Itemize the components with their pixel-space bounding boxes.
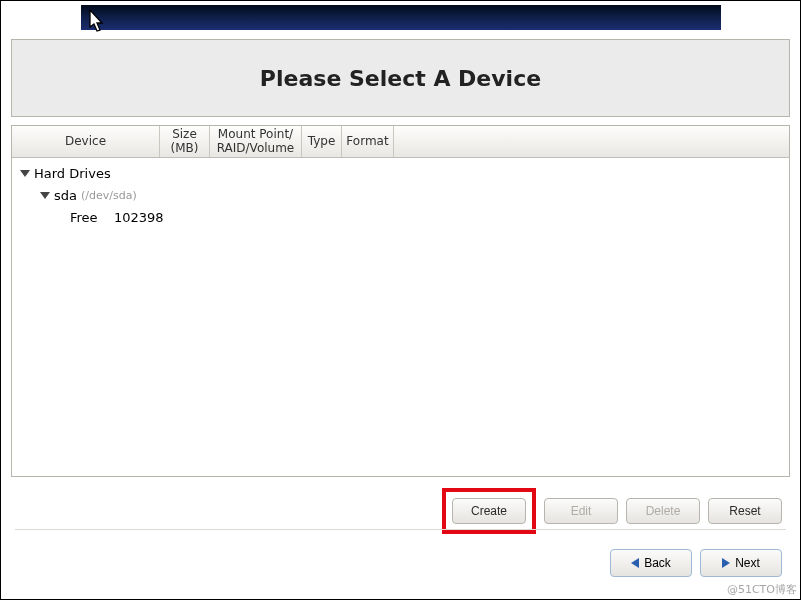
next-button[interactable]: Next [700, 549, 782, 577]
tree-label: Hard Drives [34, 166, 111, 181]
table-body: Hard Drives sda (/dev/sda) Free 102398 [12, 158, 789, 476]
device-table: Device Size (MB) Mount Point/ RAID/Volum… [11, 125, 790, 477]
tree-label: Free [70, 210, 98, 225]
table-header-row: Device Size (MB) Mount Point/ RAID/Volum… [12, 126, 789, 158]
col-header-size[interactable]: Size (MB) [160, 126, 210, 157]
watermark-text: @51CTO博客 [727, 582, 797, 597]
arrow-right-icon [722, 558, 730, 568]
next-label: Next [735, 556, 760, 570]
delete-button: Delete [626, 498, 700, 524]
tree-row-sda[interactable]: sda (/dev/sda) [12, 184, 789, 206]
device-path: (/dev/sda) [81, 189, 137, 202]
tree-label: sda [54, 188, 77, 203]
tree-row-hard-drives[interactable]: Hard Drives [12, 162, 789, 184]
mouse-cursor-icon [89, 9, 111, 35]
col-header-mount[interactable]: Mount Point/ RAID/Volume [210, 126, 302, 157]
col-header-device[interactable]: Device [12, 126, 160, 157]
separator-line [15, 529, 786, 530]
create-button[interactable]: Create [452, 498, 526, 524]
edit-button: Edit [544, 498, 618, 524]
tree-row-free[interactable]: Free 102398 [12, 206, 789, 228]
expand-icon[interactable] [20, 170, 30, 177]
back-button[interactable]: Back [610, 549, 692, 577]
nav-button-row: Back Next [610, 549, 782, 577]
page-title: Please Select A Device [260, 66, 541, 91]
create-highlight-box: Create [442, 488, 536, 534]
back-label: Back [644, 556, 671, 570]
size-cell: 102398 [114, 210, 164, 225]
title-panel: Please Select A Device [11, 39, 790, 117]
expand-icon[interactable] [40, 192, 50, 199]
col-header-format[interactable]: Format [342, 126, 394, 157]
arrow-left-icon [631, 558, 639, 568]
reset-button[interactable]: Reset [708, 498, 782, 524]
header-gradient-bar [81, 5, 721, 30]
col-header-type[interactable]: Type [302, 126, 342, 157]
